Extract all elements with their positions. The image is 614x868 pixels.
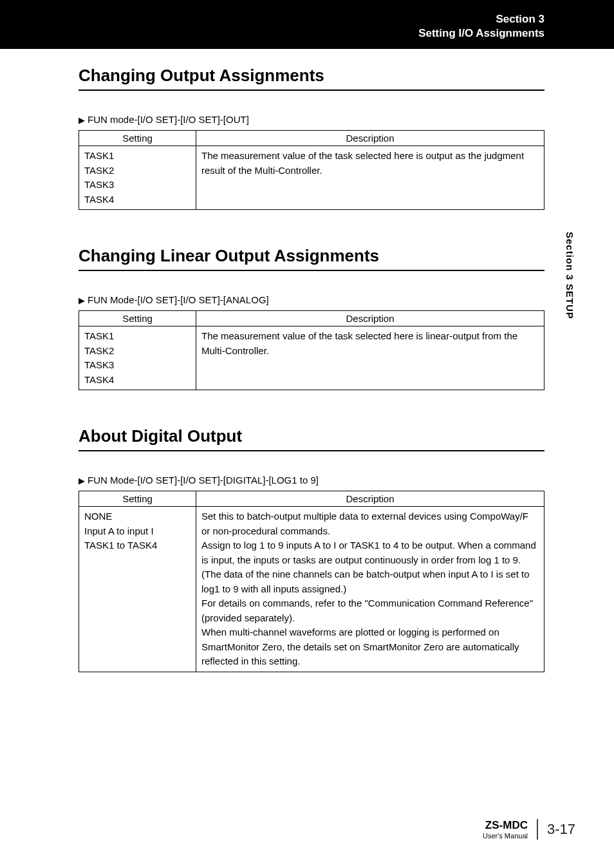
- triangle-icon: ▶: [79, 476, 85, 486]
- footer-doc-sub: User's Manual: [483, 832, 528, 840]
- th-description: Description: [196, 131, 544, 146]
- cell-setting: NONE Input A to input I TASK1 to TASK4: [79, 507, 196, 672]
- section-title-linear: Changing Linear Output Assignments: [79, 246, 544, 271]
- header-line1: Section 3: [418, 12, 544, 26]
- th-setting: Setting: [79, 131, 196, 146]
- page-content: Changing Output Assignments ▶ FUN mode-[…: [0, 49, 614, 672]
- cell-description: The measurement value of the task select…: [196, 146, 544, 210]
- header-line2: Setting I/O Assignments: [418, 26, 544, 41]
- table-row: TASK1 TASK2 TASK3 TASK4 The measurement …: [79, 326, 544, 390]
- cell-setting: TASK1 TASK2 TASK3 TASK4: [79, 146, 196, 210]
- page-header: Section 3 Setting I/O Assignments: [0, 0, 614, 49]
- nav-text: FUN Mode-[I/O SET]-[I/O SET]-[ANALOG]: [88, 294, 269, 305]
- cell-description: The measurement value of the task select…: [196, 326, 544, 390]
- triangle-icon: ▶: [79, 296, 85, 305]
- nav-path-linear: ▶ FUN Mode-[I/O SET]-[I/O SET]-[ANALOG]: [79, 294, 544, 305]
- cell-setting: TASK1 TASK2 TASK3 TASK4: [79, 326, 196, 390]
- th-description: Description: [196, 311, 544, 326]
- page-footer: ZS-MDC User's Manual 3-17: [483, 819, 575, 840]
- triangle-icon: ▶: [79, 115, 85, 125]
- nav-text: FUN mode-[I/O SET]-[I/O SET]-[OUT]: [88, 114, 249, 125]
- cell-description: Set this to batch-output multiple data t…: [196, 507, 544, 672]
- side-tab: Section 3 SETUP: [564, 232, 575, 319]
- nav-path-digital: ▶ FUN Mode-[I/O SET]-[I/O SET]-[DIGITAL]…: [79, 475, 544, 486]
- table-output: Setting Description TASK1 TASK2 TASK3 TA…: [79, 130, 544, 210]
- th-setting: Setting: [79, 491, 196, 507]
- table-row: NONE Input A to input I TASK1 to TASK4 S…: [79, 507, 544, 672]
- th-description: Description: [196, 491, 544, 507]
- th-setting: Setting: [79, 311, 196, 326]
- table-digital: Setting Description NONE Input A to inpu…: [79, 491, 544, 672]
- footer-page-number: 3-17: [538, 821, 575, 838]
- nav-text: FUN Mode-[I/O SET]-[I/O SET]-[DIGITAL]-[…: [88, 475, 319, 486]
- table-row: TASK1 TASK2 TASK3 TASK4 The measurement …: [79, 146, 544, 210]
- section-title-output: Changing Output Assignments: [79, 66, 544, 91]
- table-linear: Setting Description TASK1 TASK2 TASK3 TA…: [79, 310, 544, 390]
- nav-path-output: ▶ FUN mode-[I/O SET]-[I/O SET]-[OUT]: [79, 114, 544, 125]
- section-title-digital: About Digital Output: [79, 426, 544, 451]
- footer-doc-name: ZS-MDC: [483, 819, 528, 832]
